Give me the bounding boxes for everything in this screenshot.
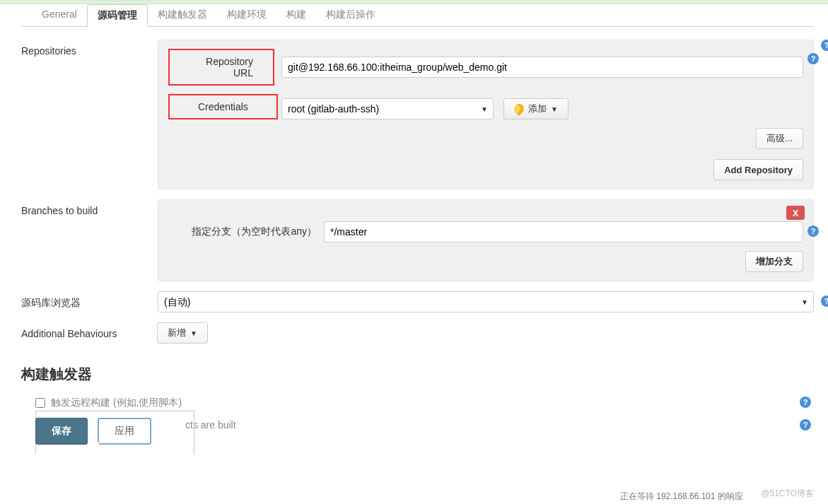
repositories-panel: Repository URL ? Credentials root (gitla… xyxy=(158,40,814,189)
branch-spec-label: 指定分支（为空时代表any） xyxy=(168,225,324,238)
key-icon xyxy=(512,102,526,116)
add-behaviour-button[interactable]: 新增 ▼ xyxy=(157,322,208,344)
remote-trigger-label: 触发远程构建 (例如,使用脚本) xyxy=(51,397,182,409)
help-icon[interactable]: ? xyxy=(821,40,828,51)
help-icon[interactable]: ? xyxy=(800,419,811,430)
branches-panel: X 指定分支（为空时代表any） ? 增加分支 xyxy=(158,199,814,281)
repo-url-input[interactable] xyxy=(281,57,803,78)
tab-env[interactable]: 构建环境 xyxy=(217,4,276,26)
build-triggers-title: 构建触发器 xyxy=(21,365,814,384)
tab-general[interactable]: General xyxy=(32,4,87,26)
tab-post[interactable]: 构建后操作 xyxy=(316,4,385,26)
repositories-label: Repositories xyxy=(21,40,138,57)
apply-button[interactable]: 应用 xyxy=(98,418,151,445)
help-icon[interactable]: ? xyxy=(821,295,828,307)
tab-triggers[interactable]: 构建触发器 xyxy=(148,4,217,26)
credentials-select[interactable]: root (gitlab-auth-ssh) xyxy=(281,98,494,119)
tab-scm[interactable]: 源码管理 xyxy=(87,4,148,27)
help-icon[interactable]: ? xyxy=(807,53,819,64)
delete-branch-button[interactable]: X xyxy=(786,206,805,220)
branches-label: Branches to build xyxy=(21,199,138,216)
config-tabs: General 源码管理 构建触发器 构建环境 构建 构建后操作 xyxy=(21,4,814,27)
tab-build[interactable]: 构建 xyxy=(276,4,316,26)
repo-browser-label: 源码库浏览器 xyxy=(21,291,138,310)
branch-spec-input[interactable] xyxy=(324,221,803,242)
help-icon[interactable]: ? xyxy=(807,225,819,237)
credentials-label: Credentials xyxy=(168,94,278,119)
add-branch-button[interactable]: 增加分支 xyxy=(745,251,803,272)
add-repository-button[interactable]: Add Repository xyxy=(713,159,803,180)
save-button[interactable]: 保存 ↖ xyxy=(35,418,88,445)
remote-trigger-checkbox[interactable] xyxy=(35,398,45,408)
help-icon[interactable]: ? xyxy=(800,397,811,408)
chevron-down-icon: ▼ xyxy=(190,329,197,337)
repo-browser-select[interactable]: (自动) xyxy=(158,291,814,312)
advanced-button[interactable]: 高级... xyxy=(756,128,803,149)
repo-url-label: Repository URL xyxy=(168,49,274,86)
chevron-down-icon: ▼ xyxy=(551,105,558,113)
additional-behaviours-label: Additional Behaviours xyxy=(21,322,141,339)
add-credentials-button[interactable]: 添加 ▼ xyxy=(503,98,568,119)
after-projects-label: cts are built xyxy=(185,419,236,430)
